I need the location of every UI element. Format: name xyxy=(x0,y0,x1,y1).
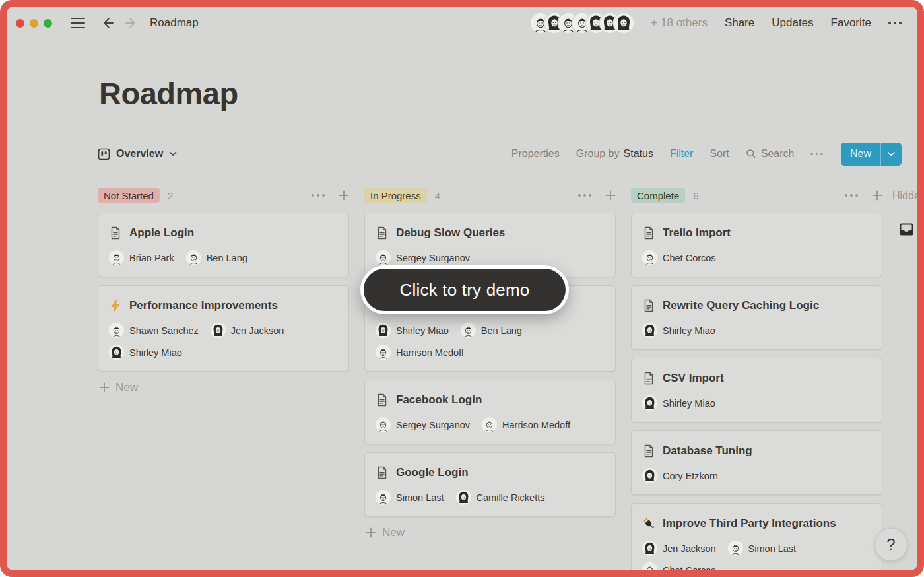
assignee-item: Jen Jackson xyxy=(211,323,284,338)
column-more-icon[interactable] xyxy=(311,193,325,197)
assignee-name: Brian Park xyxy=(129,253,174,263)
assignee-item: Shirley Miao xyxy=(109,345,182,360)
new-button-label[interactable]: New xyxy=(841,143,880,166)
column-header-icons xyxy=(311,190,349,201)
column-add-icon[interactable] xyxy=(339,190,349,201)
board-card[interactable]: Trello ImportChet Corcos xyxy=(631,213,882,277)
search-label: Search xyxy=(761,148,795,160)
male-face-avatar-icon xyxy=(109,250,124,265)
others-count-label: + 18 others xyxy=(651,17,708,30)
male-face-avatar-icon xyxy=(109,323,124,338)
board-card[interactable]: Google LoginSimon LastCamille Ricketts xyxy=(364,452,616,517)
assignee-name: Chet Corcos xyxy=(663,253,716,263)
back-arrow-icon[interactable] xyxy=(100,16,114,30)
card-title-label: Facebook Login xyxy=(396,391,482,409)
board-column-in-progress: In Progress4Debug Slow QueriesSergey Sur… xyxy=(364,186,616,570)
share-button[interactable]: Share xyxy=(725,17,754,30)
board-card[interactable]: Rewrite Query Caching LogicShirley Miao xyxy=(631,285,882,350)
group-by-button[interactable]: Group by Status xyxy=(576,148,653,160)
column-more-icon[interactable] xyxy=(844,193,859,197)
assignee-name: Shawn Sanchez xyxy=(129,325,199,336)
card-title-row: CSV Import xyxy=(642,370,871,387)
board-card[interactable]: Improve Third Party IntegrationsJen Jack… xyxy=(631,503,882,570)
properties-button[interactable]: Properties xyxy=(512,148,560,160)
view-selector[interactable]: Overview xyxy=(98,148,177,160)
hidden-columns-section: Hidden N xyxy=(892,190,917,237)
card-assignees: Cory Etzkorn xyxy=(642,468,871,483)
status-badge[interactable]: Complete xyxy=(631,188,685,203)
board-view-icon xyxy=(98,148,110,160)
card-title-label: Google Login xyxy=(396,464,469,481)
try-demo-cta-button[interactable]: Click to try demo xyxy=(360,265,569,314)
column-header-icons xyxy=(844,190,882,201)
card-title-row: Rewrite Query Caching Logic xyxy=(642,297,871,314)
board-card[interactable]: Facebook LoginSergey SurganovHarrison Me… xyxy=(364,380,616,444)
breadcrumb-page-title[interactable]: Roadmap xyxy=(150,17,199,30)
zoom-window-icon[interactable] xyxy=(44,19,52,28)
board-card[interactable]: Performance ImprovementsShawn SanchezJen… xyxy=(98,285,349,372)
assignee-item: Shirley Miao xyxy=(642,395,715,411)
toolbar-more-icon[interactable] xyxy=(810,153,823,156)
assignee-item: Chet Corcos xyxy=(642,250,716,265)
history-nav xyxy=(100,16,139,30)
assignee-name: Simon Last xyxy=(748,543,797,554)
favorite-button[interactable]: Favorite xyxy=(831,17,871,30)
window-controls xyxy=(16,19,52,28)
assignee-name: Chet Corcos xyxy=(663,565,716,570)
column-more-icon[interactable] xyxy=(578,193,592,197)
card-title-label: Trello Import xyxy=(663,224,731,242)
sidebar-menu-icon[interactable] xyxy=(71,18,85,29)
new-button-caret-icon[interactable] xyxy=(881,143,902,166)
assignee-name: Sergey Surganov xyxy=(396,253,470,263)
filter-button[interactable]: Filter xyxy=(670,148,694,160)
board-card[interactable]: Apple LoginBrian ParkBen Lang xyxy=(98,213,349,277)
presence-avatar-stack xyxy=(531,13,634,33)
male-face-avatar-icon xyxy=(376,417,391,432)
add-card-button[interactable]: New xyxy=(364,526,616,539)
column-add-icon[interactable] xyxy=(872,190,882,201)
hidden-column-group[interactable]: N xyxy=(899,222,917,237)
column-count: 6 xyxy=(693,190,698,201)
new-button[interactable]: New xyxy=(841,143,902,166)
help-button[interactable]: ? xyxy=(874,528,908,561)
updates-button[interactable]: Updates xyxy=(772,17,813,30)
status-badge[interactable]: Not Started xyxy=(98,188,160,203)
assignee-item: Sergey Surganov xyxy=(376,250,470,265)
plus-icon xyxy=(99,382,110,393)
female-face-avatar-icon xyxy=(642,468,657,483)
assignee-name: Shirley Miao xyxy=(396,325,449,336)
column-count: 4 xyxy=(435,190,440,201)
column-header-icons xyxy=(578,190,616,201)
minimize-window-icon[interactable] xyxy=(30,19,38,28)
forward-arrow-icon[interactable] xyxy=(125,16,139,30)
card-title-label: Improve Third Party Integrations xyxy=(663,515,836,532)
hidden-columns-label[interactable]: Hidden xyxy=(892,190,917,201)
male-face-avatar-icon xyxy=(461,323,476,338)
assignee-name: Ben Lang xyxy=(481,325,522,336)
page-title: Roadmap xyxy=(99,75,917,112)
card-assignees: Shirley Miao xyxy=(642,395,871,411)
card-title-label: Debug Slow Queries xyxy=(396,224,505,242)
assignee-item: Shirley Miao xyxy=(642,323,715,338)
card-assignees: Sergey SurganovHarrison Medoff xyxy=(376,417,605,432)
board-card[interactable]: CSV ImportShirley Miao xyxy=(631,358,882,423)
view-selector-label: Overview xyxy=(116,148,163,160)
board-card[interactable]: Database TuningCory Etzkorn xyxy=(631,430,882,495)
sort-button[interactable]: Sort xyxy=(710,148,729,160)
board-toolbar: Properties Group by Status Filter Sort S… xyxy=(512,143,902,166)
more-menu-icon[interactable] xyxy=(888,22,902,24)
assignee-item: Sergey Surganov xyxy=(376,417,470,432)
card-assignees: Shirley MiaoBen LangHarrison Medoff xyxy=(376,323,605,360)
close-window-icon[interactable] xyxy=(16,19,24,28)
search-button[interactable]: Search xyxy=(746,148,795,160)
add-card-button[interactable]: New xyxy=(98,381,349,394)
card-assignees: Shirley Miao xyxy=(642,323,871,338)
card-title-row: Apple Login xyxy=(109,224,338,242)
female-face-avatar-icon xyxy=(456,490,471,505)
female-face-avatar-icon xyxy=(614,13,634,33)
assignee-item: Brian Park xyxy=(109,250,174,265)
status-badge[interactable]: In Progress xyxy=(364,188,427,203)
assignee-item: Cory Etzkorn xyxy=(642,468,718,483)
male-face-avatar-icon xyxy=(376,250,391,265)
column-add-icon[interactable] xyxy=(605,190,616,201)
